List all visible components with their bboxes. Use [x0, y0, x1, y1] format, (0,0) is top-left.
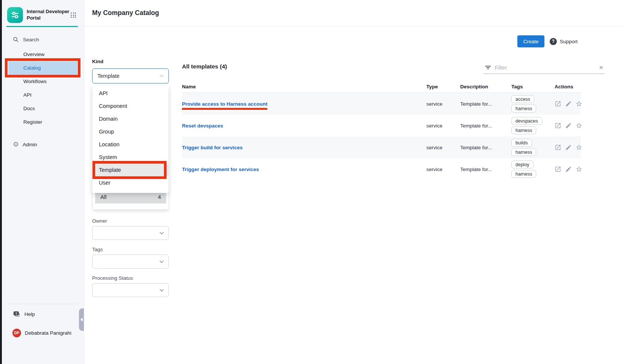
tag-chip: builds: [511, 139, 532, 147]
template-link[interactable]: Trigger build for services: [182, 145, 243, 150]
tags-cell: access harness: [511, 93, 555, 115]
sidebar-item-docs[interactable]: Docs: [8, 102, 77, 115]
launch-icon[interactable]: [555, 144, 561, 151]
all-count: 4: [158, 194, 161, 200]
processing-status-select[interactable]: [92, 283, 169, 297]
col-tags: Tags: [511, 84, 555, 89]
tags-label: Tags: [92, 247, 103, 252]
kind-option-domain[interactable]: Domain: [92, 112, 168, 125]
table-row: Reset devspaces service Template for... …: [182, 115, 581, 136]
tag-chip: harness: [511, 170, 536, 178]
type-cell: service: [426, 101, 460, 107]
sidebar-item-catalog[interactable]: Catalog: [8, 61, 77, 75]
star-icon[interactable]: [576, 122, 582, 129]
table-row: Trigger deployment for services service …: [182, 158, 581, 180]
owner-select[interactable]: [92, 226, 169, 240]
table-header-row: Name Type Description Tags Actions: [182, 81, 581, 93]
col-name: Name: [182, 84, 426, 89]
user-menu[interactable]: DP Debabrata Panigrahi: [12, 328, 71, 338]
description-cell: Template for...: [460, 167, 511, 172]
question-icon: ?: [550, 38, 557, 45]
col-actions: Actions: [555, 84, 581, 89]
sidebar-divider: [6, 304, 78, 304]
launch-icon[interactable]: [555, 100, 561, 107]
support-button[interactable]: ? Support: [550, 35, 578, 47]
clear-filter-icon[interactable]: ✕: [599, 65, 603, 70]
sidebar-item-overview[interactable]: Overview: [8, 48, 77, 61]
sidebar-item-api[interactable]: API: [8, 88, 77, 102]
table-row: Trigger build for services service Templ…: [182, 136, 581, 158]
kind-dropdown: API Component Domain Group Location Syst…: [92, 85, 168, 193]
gear-icon: ⚙: [13, 141, 19, 148]
template-link[interactable]: Trigger deployment for services: [182, 167, 259, 172]
kind-option-template[interactable]: Template: [92, 164, 168, 176]
edit-icon[interactable]: [565, 122, 572, 129]
actions-cell: [555, 166, 581, 173]
processing-status-label: Processing Status: [92, 275, 133, 281]
owner-label: Owner: [92, 218, 107, 224]
create-button[interactable]: Create: [517, 35, 544, 47]
templates-table: Name Type Description Tags Actions Provi…: [182, 81, 581, 180]
star-icon[interactable]: [576, 166, 582, 173]
help-label: Help: [24, 311, 35, 317]
tag-chip: deploy: [511, 161, 534, 168]
sidebar-item-admin[interactable]: ⚙ Admin: [13, 140, 37, 149]
collapse-arrow-icon: [80, 318, 83, 322]
type-cell: service: [426, 123, 460, 129]
launch-icon[interactable]: [555, 166, 561, 173]
launch-icon[interactable]: [555, 122, 561, 129]
kind-option-user[interactable]: User: [92, 176, 168, 189]
search-icon: [13, 36, 19, 42]
name-underline-annotation: [182, 108, 267, 110]
tags-select[interactable]: [92, 255, 169, 268]
sidebar-nav: Overview Catalog Workflows API Docs Regi…: [2, 48, 84, 129]
chevron-down-icon: [159, 289, 164, 292]
kind-option-api[interactable]: API: [92, 87, 168, 100]
tags-cell: devspaces harness: [511, 115, 555, 136]
description-cell: Template for...: [460, 101, 511, 107]
help-button[interactable]: ? Help: [14, 309, 35, 318]
all-label: All: [100, 194, 106, 200]
edit-icon[interactable]: [565, 144, 572, 151]
sidebar-search[interactable]: Search: [13, 35, 39, 44]
page-title: My Company Catalog: [92, 9, 159, 17]
kind-option-system[interactable]: System: [92, 151, 168, 164]
tag-chip: devspaces: [511, 117, 542, 125]
template-link[interactable]: Provide access to Harness account: [182, 101, 267, 107]
edit-icon[interactable]: [565, 100, 572, 107]
edit-icon[interactable]: [565, 166, 572, 173]
user-name: Debabrata Panigrahi: [25, 330, 71, 336]
sidebar: Internal Developer Portal Search Overvie…: [2, 0, 84, 364]
support-label: Support: [560, 39, 578, 44]
star-icon[interactable]: [576, 100, 582, 107]
kind-label: Kind: [92, 59, 103, 64]
table-title: All templates (4): [182, 63, 227, 70]
actions-cell: [555, 122, 581, 129]
actions-cell: [555, 144, 581, 151]
logo[interactable]: Internal Developer Portal: [7, 7, 70, 23]
kind-option-group[interactable]: Group: [92, 125, 168, 138]
type-cell: service: [426, 167, 460, 172]
search-label: Search: [23, 37, 39, 42]
kind-option-location[interactable]: Location: [92, 138, 168, 151]
help-chat-icon: ?: [14, 311, 20, 317]
col-type: Type: [426, 84, 460, 89]
description-cell: Template for...: [460, 123, 511, 129]
star-icon[interactable]: [576, 144, 582, 151]
sidebar-collapse-handle[interactable]: [79, 308, 84, 331]
type-cell: service: [426, 145, 460, 150]
tag-chip: harness: [511, 105, 536, 112]
filter-input[interactable]: [495, 65, 595, 71]
kind-list-panel: All 4: [93, 191, 168, 209]
col-description: Description: [460, 84, 511, 89]
apps-grid-icon[interactable]: [71, 12, 76, 18]
sidebar-item-workflows[interactable]: Workflows: [8, 75, 77, 88]
chevron-up-icon: [159, 74, 164, 77]
kind-option-component[interactable]: Component: [92, 100, 168, 112]
sidebar-item-register[interactable]: Register: [8, 115, 77, 129]
template-link[interactable]: Reset devspaces: [182, 123, 223, 129]
kind-select[interactable]: Template: [92, 68, 169, 83]
logo-title: Internal Developer Portal: [27, 7, 70, 21]
tag-chip: access: [511, 95, 534, 103]
chevron-down-icon: [159, 232, 164, 235]
